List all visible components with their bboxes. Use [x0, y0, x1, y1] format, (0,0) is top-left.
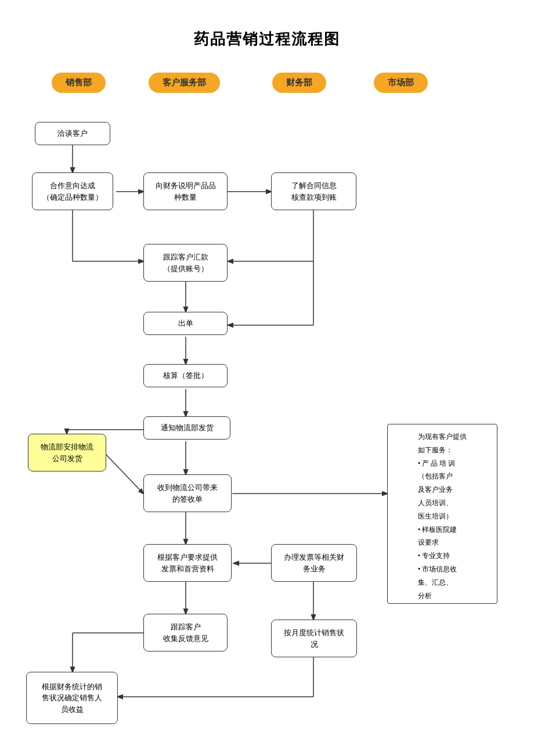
box-check-contract: 了解合同信息 核查款项到账: [271, 172, 356, 210]
box-issue-order: 出单: [143, 312, 228, 335]
box-determine-income: 根据财务统计的销 售状况确定销售人 员收益: [26, 672, 118, 724]
box-track-remittance: 跟踪客户汇款 （提供账号）: [143, 244, 228, 282]
box-services: 为现有客户提供 如下服务： • 产 品 培 训 （包括客户 及客户业务 人员培训…: [387, 424, 497, 604]
flowchart: 洽谈客户 合作意向达成 （确定品种数量） 向财务说明产品品 种数量 了解合同信息…: [17, 110, 517, 749]
dept-finance: 财务部: [272, 73, 326, 93]
box-receive-receipt: 收到物流公司带来 的签收单: [143, 474, 232, 512]
box-notify-logistics: 通知物流部发货: [143, 416, 230, 440]
svg-line-14: [104, 453, 143, 494]
dept-market: 市场部: [374, 73, 428, 93]
page-title: 药品营销过程流程图: [12, 29, 522, 49]
box-agreement: 合作意向达成 （确定品种数量）: [32, 172, 113, 210]
page: 药品营销过程流程图 销售部 客户服务部 财务部 市场部: [0, 0, 534, 756]
box-contact-customer: 洽谈客户: [35, 122, 110, 145]
box-provide-invoice: 根据客户要求提供 发票和首营资料: [143, 544, 232, 582]
box-arrange-logistics: 物流部安排物流 公司发货: [28, 434, 106, 471]
box-monthly-stats: 按月度统计销售状 况: [271, 620, 357, 657]
box-collect-feedback: 跟踪客户 收集反馈意见: [143, 614, 228, 651]
box-explain-finance: 向财务说明产品品 种数量: [143, 172, 228, 210]
box-approve: 核算（签批）: [143, 364, 228, 387]
dept-sales: 销售部: [52, 73, 106, 93]
department-row: 销售部 客户服务部 财务部 市场部: [12, 73, 522, 93]
box-handle-finance: 办理发票等相关财 务业务: [271, 544, 357, 582]
dept-customer: 客户服务部: [149, 73, 220, 93]
